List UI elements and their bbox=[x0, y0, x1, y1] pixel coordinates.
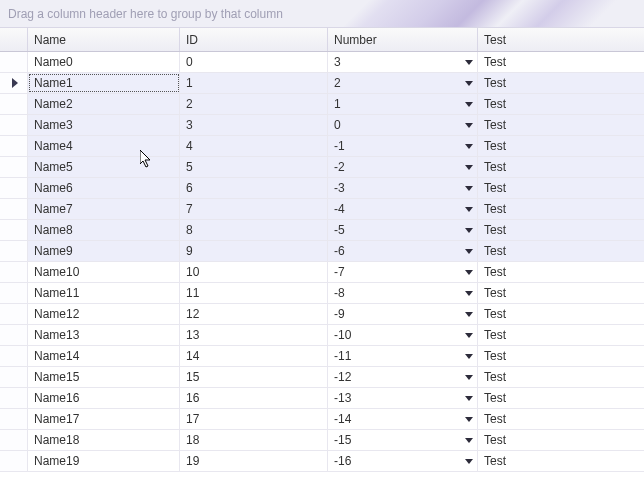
cell-name[interactable]: Name2 bbox=[28, 94, 180, 114]
table-row[interactable]: Name1717-14Test bbox=[0, 409, 644, 430]
cell-name[interactable]: Name10 bbox=[28, 262, 180, 282]
cell-number[interactable]: -5 bbox=[328, 220, 478, 240]
chevron-down-icon[interactable] bbox=[465, 102, 473, 107]
cell-number[interactable]: -8 bbox=[328, 283, 478, 303]
cell-name[interactable]: Name7 bbox=[28, 199, 180, 219]
column-header-number[interactable]: Number bbox=[328, 28, 478, 51]
table-row[interactable]: Name1010-7Test bbox=[0, 262, 644, 283]
chevron-down-icon[interactable] bbox=[465, 60, 473, 65]
chevron-down-icon[interactable] bbox=[465, 312, 473, 317]
row-indicator[interactable] bbox=[0, 115, 28, 135]
table-row[interactable]: Name1919-16Test bbox=[0, 451, 644, 472]
cell-id[interactable]: 18 bbox=[180, 430, 328, 450]
row-indicator[interactable] bbox=[0, 304, 28, 324]
chevron-down-icon[interactable] bbox=[465, 396, 473, 401]
cell-test[interactable]: Test bbox=[478, 73, 644, 93]
chevron-down-icon[interactable] bbox=[465, 249, 473, 254]
cell-test[interactable]: Test bbox=[478, 241, 644, 261]
cell-test[interactable]: Test bbox=[478, 136, 644, 156]
cell-test[interactable]: Test bbox=[478, 367, 644, 387]
cell-test[interactable]: Test bbox=[478, 178, 644, 198]
cell-number[interactable]: -12 bbox=[328, 367, 478, 387]
table-row[interactable]: Name66-3Test bbox=[0, 178, 644, 199]
cell-name[interactable]: Name15 bbox=[28, 367, 180, 387]
row-indicator[interactable] bbox=[0, 73, 28, 93]
cell-id[interactable]: 15 bbox=[180, 367, 328, 387]
cell-name[interactable]: Name16 bbox=[28, 388, 180, 408]
cell-name[interactable]: Name3 bbox=[28, 115, 180, 135]
cell-id[interactable]: 17 bbox=[180, 409, 328, 429]
cell-number[interactable]: 0 bbox=[328, 115, 478, 135]
cell-number[interactable]: 1 bbox=[328, 94, 478, 114]
cell-test[interactable]: Test bbox=[478, 409, 644, 429]
chevron-down-icon[interactable] bbox=[465, 165, 473, 170]
cell-id[interactable]: 8 bbox=[180, 220, 328, 240]
row-indicator[interactable] bbox=[0, 451, 28, 471]
column-header-name[interactable]: Name bbox=[28, 28, 180, 51]
table-row[interactable]: Name44-1Test bbox=[0, 136, 644, 157]
group-panel[interactable]: Drag a column header here to group by th… bbox=[0, 0, 644, 28]
cell-id[interactable]: 7 bbox=[180, 199, 328, 219]
table-row[interactable]: Name1111-8Test bbox=[0, 283, 644, 304]
row-indicator[interactable] bbox=[0, 157, 28, 177]
chevron-down-icon[interactable] bbox=[465, 186, 473, 191]
cell-id[interactable]: 11 bbox=[180, 283, 328, 303]
chevron-down-icon[interactable] bbox=[465, 123, 473, 128]
column-header-test[interactable]: Test bbox=[478, 28, 644, 51]
row-indicator[interactable] bbox=[0, 346, 28, 366]
cell-number[interactable]: -6 bbox=[328, 241, 478, 261]
chevron-down-icon[interactable] bbox=[465, 333, 473, 338]
chevron-down-icon[interactable] bbox=[465, 438, 473, 443]
cell-name[interactable]: Name6 bbox=[28, 178, 180, 198]
cell-id[interactable]: 13 bbox=[180, 325, 328, 345]
cell-test[interactable]: Test bbox=[478, 262, 644, 282]
cell-name[interactable]: Name4 bbox=[28, 136, 180, 156]
cell-number[interactable]: -13 bbox=[328, 388, 478, 408]
cell-id[interactable]: 2 bbox=[180, 94, 328, 114]
table-row[interactable]: Name1616-13Test bbox=[0, 388, 644, 409]
table-row[interactable]: Name77-4Test bbox=[0, 199, 644, 220]
cell-test[interactable]: Test bbox=[478, 220, 644, 240]
cell-number[interactable]: 3 bbox=[328, 52, 478, 72]
chevron-down-icon[interactable] bbox=[465, 354, 473, 359]
table-row[interactable]: Name99-6Test bbox=[0, 241, 644, 262]
cell-name[interactable]: Name8 bbox=[28, 220, 180, 240]
cell-id[interactable]: 12 bbox=[180, 304, 328, 324]
cell-id[interactable]: 3 bbox=[180, 115, 328, 135]
row-indicator[interactable] bbox=[0, 262, 28, 282]
cell-number[interactable]: 2 bbox=[328, 73, 478, 93]
cell-test[interactable]: Test bbox=[478, 346, 644, 366]
row-indicator[interactable] bbox=[0, 388, 28, 408]
chevron-down-icon[interactable] bbox=[465, 375, 473, 380]
cell-id[interactable]: 19 bbox=[180, 451, 328, 471]
cell-id[interactable]: 4 bbox=[180, 136, 328, 156]
chevron-down-icon[interactable] bbox=[465, 228, 473, 233]
cell-name[interactable]: Name11 bbox=[28, 283, 180, 303]
table-row[interactable]: Name330Test bbox=[0, 115, 644, 136]
cell-number[interactable]: -14 bbox=[328, 409, 478, 429]
row-indicator[interactable] bbox=[0, 136, 28, 156]
cell-number[interactable]: -3 bbox=[328, 178, 478, 198]
chevron-down-icon[interactable] bbox=[465, 417, 473, 422]
cell-id[interactable]: 9 bbox=[180, 241, 328, 261]
table-row[interactable]: Name55-2Test bbox=[0, 157, 644, 178]
chevron-down-icon[interactable] bbox=[465, 291, 473, 296]
row-indicator[interactable] bbox=[0, 220, 28, 240]
cell-test[interactable]: Test bbox=[478, 430, 644, 450]
cell-number[interactable]: -1 bbox=[328, 136, 478, 156]
chevron-down-icon[interactable] bbox=[465, 459, 473, 464]
row-indicator[interactable] bbox=[0, 409, 28, 429]
chevron-down-icon[interactable] bbox=[465, 144, 473, 149]
cell-name[interactable]: Name17 bbox=[28, 409, 180, 429]
column-header-id[interactable]: ID bbox=[180, 28, 328, 51]
cell-test[interactable]: Test bbox=[478, 388, 644, 408]
cell-id[interactable]: 14 bbox=[180, 346, 328, 366]
cell-test[interactable]: Test bbox=[478, 199, 644, 219]
cell-test[interactable]: Test bbox=[478, 283, 644, 303]
row-indicator[interactable] bbox=[0, 367, 28, 387]
cell-id[interactable]: 16 bbox=[180, 388, 328, 408]
cell-test[interactable]: Test bbox=[478, 94, 644, 114]
cell-number[interactable]: -11 bbox=[328, 346, 478, 366]
cell-number[interactable]: -7 bbox=[328, 262, 478, 282]
cell-test[interactable]: Test bbox=[478, 157, 644, 177]
